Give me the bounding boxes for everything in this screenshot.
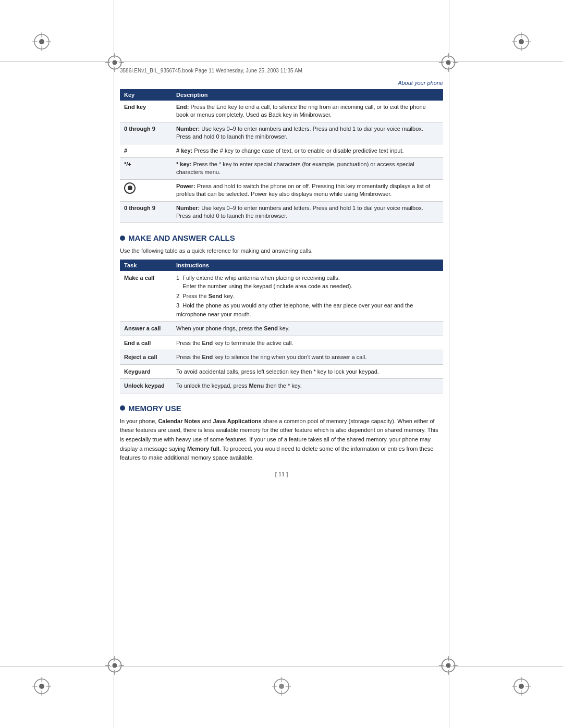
border-left	[114, 0, 114, 728]
description-cell: # key: Press the # key to change case of…	[172, 144, 443, 157]
svg-point-13	[39, 684, 44, 689]
reg-mark-center-bottom	[271, 676, 292, 697]
key-cell: 0 through 9	[120, 201, 172, 223]
content-area: 3586i.ENv1_BIL_9356745.book Page 11 Wedn…	[120, 68, 443, 660]
svg-point-43	[446, 663, 451, 668]
task-cell: Make a call	[120, 271, 172, 322]
task-table: Task Instructions Make a call1 Fully ext…	[120, 260, 443, 393]
key-cell: #	[120, 144, 172, 157]
border-top	[0, 61, 563, 62]
instructions-cell: Press the End key to silence the ring wh…	[172, 350, 443, 365]
task-table-row: Answer a callWhen your phone rings, pres…	[120, 322, 443, 336]
reg-mark-bl	[31, 676, 52, 697]
key-table-header-desc: Description	[172, 89, 443, 101]
instructions-cell: When your phone rings, press the Send ke…	[172, 322, 443, 336]
task-cell: Reject a call	[120, 350, 172, 365]
instructions-cell: 1 Fully extend the whip antenna when pla…	[172, 271, 443, 322]
key-table-row: End keyEnd: Press the End key to end a c…	[120, 101, 443, 122]
task-table-row: Unlock keypadTo unlock the keypad, press…	[120, 379, 443, 393]
key-table-header-key: Key	[120, 89, 172, 101]
power-icon: ⏺	[124, 182, 136, 194]
task-table-body: Make a call1 Fully extend the whip anten…	[120, 271, 443, 393]
page-number: [ 11 ]	[120, 471, 443, 477]
description-cell: Number: Use keys 0–9 to enter numbers an…	[172, 122, 443, 144]
task-table-row: Reject a callPress the End key to silenc…	[120, 350, 443, 365]
page: 3586i.ENv1_BIL_9356745.book Page 11 Wedn…	[0, 0, 563, 728]
task-table-header-instructions: Instructions	[172, 260, 443, 271]
svg-point-25	[113, 60, 117, 65]
svg-point-37	[113, 663, 117, 668]
key-cell: ⏺	[120, 179, 172, 201]
svg-point-49	[279, 684, 284, 689]
memory-body: In your phone, Calendar Notes and Java A…	[120, 417, 443, 463]
description-cell: End: Press the End key to end a call, to…	[172, 101, 443, 122]
svg-point-1	[39, 39, 44, 44]
reg-mark-tl	[31, 31, 52, 52]
task-cell: Answer a call	[120, 322, 172, 336]
key-table-row: ⏺Power: Press and hold to switch the pho…	[120, 179, 443, 201]
task-cell: End a call	[120, 336, 172, 350]
key-table-body: End keyEnd: Press the End key to end a c…	[120, 101, 443, 223]
task-cell: Keyguard	[120, 364, 172, 379]
description-cell: Number: Use keys 0–9 to enter numbers an…	[172, 201, 443, 223]
task-table-row: End a callPress the End key to terminate…	[120, 336, 443, 350]
description-cell: * key: Press the * key to enter special …	[172, 157, 443, 179]
make-calls-heading-text: MAKE AND ANSWER CALLS	[128, 233, 235, 242]
key-cell: End key	[120, 101, 172, 122]
key-table: Key Description End keyEnd: Press the En…	[120, 89, 443, 223]
memory-heading-text: MEMORY USE	[128, 404, 181, 413]
svg-point-31	[446, 60, 451, 65]
memory-bullet-icon	[120, 405, 125, 411]
border-bottom	[0, 666, 563, 667]
instructions-cell: To unlock the keypad, press Menu then th…	[172, 379, 443, 393]
memory-heading: MEMORY USE	[120, 404, 443, 413]
key-table-row: ## key: Press the # key to change case o…	[120, 144, 443, 157]
make-calls-heading: MAKE AND ANSWER CALLS	[120, 233, 443, 242]
file-info: 3586i.ENv1_BIL_9356745.book Page 11 Wedn…	[120, 68, 443, 73]
task-table-row: Make a call1 Fully extend the whip anten…	[120, 271, 443, 322]
about-phone-label: About your phone	[120, 80, 443, 86]
key-table-row: 0 through 9Number: Use keys 0–9 to enter…	[120, 122, 443, 144]
key-cell: 0 through 9	[120, 122, 172, 144]
task-table-row: KeyguardTo avoid accidental calls, press…	[120, 364, 443, 379]
reg-mark-br	[511, 676, 532, 697]
task-table-header-task: Task	[120, 260, 172, 271]
instructions-cell: To avoid accidental calls, press left se…	[172, 364, 443, 379]
instructions-cell: Press the End key to terminate the activ…	[172, 336, 443, 350]
make-calls-intro: Use the following table as a quick refer…	[120, 246, 443, 255]
border-right	[449, 0, 449, 728]
key-table-header-row: Key Description	[120, 89, 443, 101]
bullet-icon	[120, 236, 125, 241]
key-table-row: */+* key: Press the * key to enter speci…	[120, 157, 443, 179]
reg-mark-tr	[511, 31, 532, 52]
svg-point-19	[519, 684, 524, 689]
description-cell: Power: Press and hold to switch the phon…	[172, 179, 443, 201]
key-table-row: 0 through 9Number: Use keys 0–9 to enter…	[120, 201, 443, 223]
key-cell: */+	[120, 157, 172, 179]
svg-point-7	[519, 39, 524, 44]
task-cell: Unlock keypad	[120, 379, 172, 393]
task-table-header-row: Task Instructions	[120, 260, 443, 271]
